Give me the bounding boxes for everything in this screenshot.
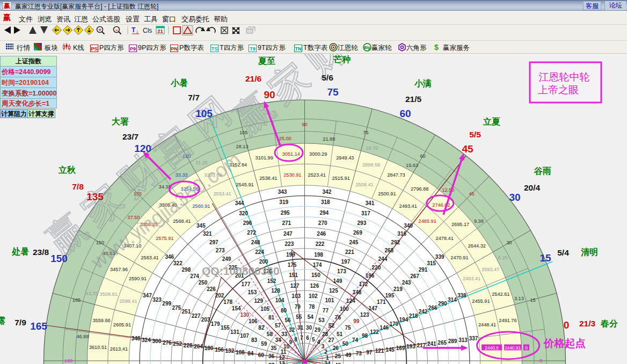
svg-text:↓: ↓ [136,28,139,34]
svg-text:341: 341 [366,200,375,206]
svg-text:77: 77 [323,308,329,314]
svg-text:198: 198 [314,252,323,258]
svg-text:立夏: 立夏 [483,117,500,126]
svg-text:29: 29 [315,327,321,333]
svg-text:226: 226 [207,286,216,292]
svg-text:151: 151 [289,272,298,278]
svg-text:271: 271 [282,220,291,226]
svg-text:2448.41: 2448.41 [478,322,496,327]
svg-text:5/5: 5/5 [469,130,481,139]
svg-text:33: 33 [281,331,288,337]
svg-text:76: 76 [335,315,341,321]
svg-text:30: 30 [306,325,312,331]
svg-text:江恩轮中轮: 江恩轮中轮 [539,71,590,83]
svg-text:241: 241 [427,341,436,347]
svg-text:2538.41: 2538.41 [259,176,277,181]
svg-text:81: 81 [268,315,275,321]
svg-text:30: 30 [509,192,520,203]
svg-text:218: 218 [409,313,418,319]
svg-text:75: 75 [327,86,339,98]
svg-text:春分: 春分 [600,319,618,328]
svg-text:194: 194 [399,317,409,323]
svg-text:芒种: 芒种 [333,55,351,64]
svg-text:317: 317 [361,210,370,216]
svg-text:夏至: 夏至 [258,56,275,65]
svg-text:196: 196 [366,273,375,279]
svg-text:274: 274 [190,273,199,279]
svg-text:247: 247 [283,231,293,237]
svg-text:21/5: 21/5 [405,94,422,104]
svg-text:322: 322 [173,260,183,266]
svg-text:21/6: 21/6 [245,74,262,83]
svg-text:104: 104 [275,297,285,303]
svg-text:320: 320 [239,210,248,216]
svg-text:7: 7 [300,335,303,341]
svg-text:45: 45 [469,191,474,196]
svg-text:28.13: 28.13 [236,144,249,149]
svg-text:178: 178 [223,299,232,305]
svg-text:3457.96: 3457.96 [110,267,128,272]
svg-text:48: 48 [335,362,341,364]
svg-text:7/8: 7/8 [72,182,84,191]
svg-text:295: 295 [281,210,290,216]
svg-text:174: 174 [313,262,322,268]
svg-text:7/7: 7/7 [188,93,200,102]
svg-text:169: 169 [396,345,405,351]
svg-text:122: 122 [370,329,379,335]
svg-text:0: 0 [564,319,570,331]
svg-text:18.75: 18.75 [366,145,378,151]
svg-text:15.63: 15.63 [406,163,418,168]
svg-text:105: 105 [260,306,269,312]
svg-text:177: 177 [242,281,251,287]
svg-text:5: 5 [312,337,315,343]
svg-text:131: 131 [230,329,239,335]
svg-text:2593.47: 2593.47 [482,267,499,272]
svg-text:43.75: 43.75 [85,291,98,296]
svg-text:180: 180 [64,358,72,363]
svg-text:3610.51: 3610.51 [89,345,107,350]
svg-text:0: 0 [539,358,542,363]
svg-text:谷雨: 谷雨 [534,166,551,176]
svg-text:2440.91: 2440.91 [505,345,521,351]
svg-text:73: 73 [356,351,362,356]
svg-text:323: 323 [152,297,162,303]
svg-text:35: 35 [271,345,277,351]
svg-text:2560.91: 2560.91 [192,203,210,209]
svg-text:127: 127 [290,283,300,289]
svg-text:小满: 小满 [414,79,432,88]
svg-text:202: 202 [215,293,224,299]
svg-text:200: 200 [259,259,268,265]
svg-text:223: 223 [285,241,294,247]
svg-text:立秋: 立秋 [58,165,76,174]
svg-text:6: 6 [306,335,309,341]
svg-text:2523.41: 2523.41 [308,172,326,178]
svg-text:74: 74 [352,337,359,343]
svg-text:105: 105 [195,108,213,119]
svg-text:99: 99 [353,318,360,324]
svg-text:220: 220 [372,265,381,271]
svg-text:53: 53 [318,317,325,323]
svg-text:173: 173 [337,268,346,274]
svg-text:1: 1 [326,355,329,361]
svg-text:50: 50 [342,341,349,347]
svg-text:289: 289 [448,338,457,344]
svg-text:2530.91: 2530.91 [283,172,301,178]
svg-text:297: 297 [209,239,218,245]
svg-text:2545.91: 2545.91 [236,182,253,187]
svg-text:2478.41: 2478.41 [436,236,454,241]
svg-text:2542.61: 2542.61 [492,292,509,297]
svg-text:292: 292 [391,239,400,245]
svg-text:2455.91: 2455.91 [472,299,490,304]
svg-text:21/3: 21/3 [579,319,596,328]
svg-text:2590.91: 2590.91 [129,276,147,281]
svg-text:252: 252 [173,341,182,347]
svg-text:347: 347 [143,293,152,299]
svg-text:6.25: 6.25 [498,255,508,260]
svg-text:2605.91: 2605.91 [113,322,131,327]
svg-text:20/4: 20/4 [524,183,541,192]
svg-text:54: 54 [308,314,314,320]
svg-text:白露: 白露 [0,316,5,325]
svg-text:28: 28 [322,331,329,337]
svg-text:102: 102 [309,293,318,299]
svg-text:251: 251 [182,309,191,315]
